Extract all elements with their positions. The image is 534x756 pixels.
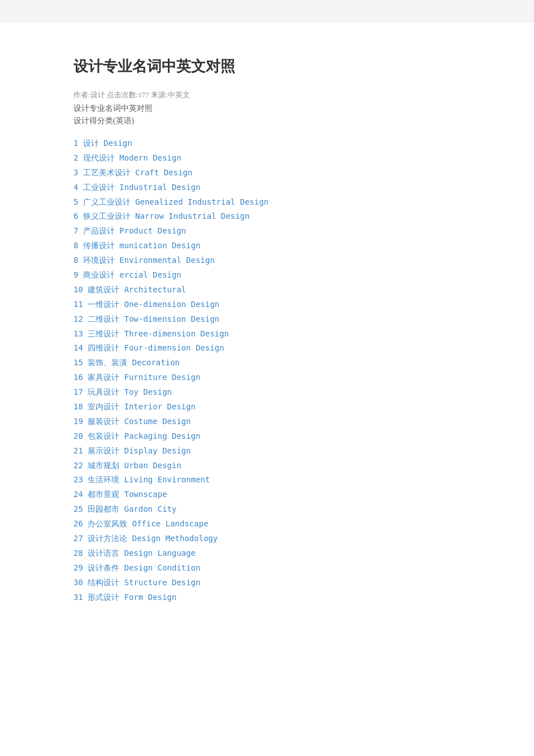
list-item: 8 环境设计 Environmental Design [73, 253, 477, 268]
list-item: 27 设计方法论 Design Methodology [73, 532, 477, 546]
list-item: 7 产品设计 Product Design [73, 224, 477, 239]
list-item: 28 设计语言 Design Language [73, 546, 477, 561]
list-item: 21 展示设计 Display Design [73, 444, 477, 459]
list-item: 14 四维设计 Four-dimension Design [73, 341, 477, 356]
list-item: 6 狭义工业设计 Narrow Industrial Design [73, 209, 477, 224]
subtitle1: 设计专业名词中英对照 [73, 103, 477, 114]
list-item: 1 设计 Design [73, 136, 477, 151]
list-item: 16 家具设计 Furniture Design [73, 370, 477, 385]
list-item: 9 商业设计 ercial Design [73, 268, 477, 283]
list-item: 26 办公室风致 Office Landscape [73, 517, 477, 532]
list-item: 25 田园都市 Gardon City [73, 502, 477, 517]
list-item: 3 工艺美术设计 Craft Design [73, 166, 477, 180]
list-item: 4 工业设计 Industrial Design [73, 180, 477, 195]
list-item: 5 广义工业设计 Genealized Industrial Design [73, 195, 477, 210]
list-item: 30 结构设计 Structure Design [73, 576, 477, 590]
item-list: 1 设计 Design2 现代设计 Modern Design3 工艺美术设计 … [73, 136, 477, 605]
page-container: 设计专业名词中英文对照 作者:设计 点击次数:177 来源:中英文 设计专业名词… [0, 23, 534, 756]
subtitle2: 设计得分类(英语) [73, 116, 477, 126]
list-item: 19 服装设计 Costume Design [73, 414, 477, 429]
list-item: 13 三维设计 Three-dimension Design [73, 327, 477, 342]
list-item: 24 都市景观 Townscape [73, 487, 477, 502]
list-item: 29 设计条件 Design Condition [73, 561, 477, 576]
list-item: 10 建筑设计 Architectural [73, 283, 477, 297]
list-item: 23 生活环境 Living Environment [73, 473, 477, 487]
list-item: 31 形式设计 Form Design [73, 590, 477, 605]
list-item: 15 装饰、装潢 Decoration [73, 356, 477, 370]
list-item: 12 二维设计 Tow-dimension Design [73, 312, 477, 327]
meta-info: 作者:设计 点击次数:177 来源:中英文 [73, 90, 477, 100]
list-item: 18 室内设计 Interior Design [73, 400, 477, 414]
list-item: 22 城市规划 Urban Desgin [73, 459, 477, 473]
list-item: 2 现代设计 Modern Design [73, 151, 477, 166]
list-item: 11 一维设计 One-dimension Design [73, 297, 477, 312]
list-item: 20 包装设计 Packaging Design [73, 429, 477, 444]
list-item: 17 玩具设计 Toy Design [73, 385, 477, 400]
page-title: 设计专业名词中英文对照 [73, 57, 477, 76]
list-item: 8 传播设计 munication Design [73, 239, 477, 253]
